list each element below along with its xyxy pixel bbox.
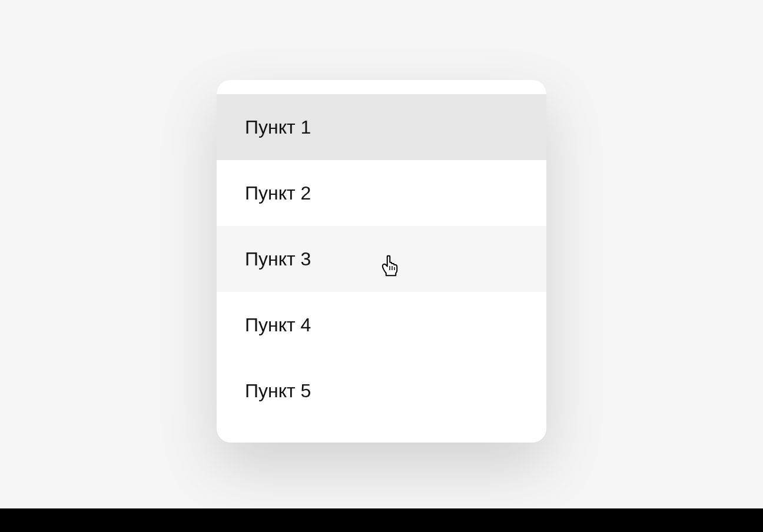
menu-card: Пункт 1 Пункт 2 Пункт 3 Пункт 4 Пункт 5 [217,80,546,443]
list-item-label: Пункт 3 [245,248,311,270]
list-item-label: Пункт 1 [245,117,311,138]
list-item[interactable]: Пункт 5 [217,358,546,424]
list-item[interactable]: Пункт 4 [217,292,546,358]
list-item-label: Пункт 5 [245,380,311,402]
list-item[interactable]: Пункт 2 [217,160,546,226]
list-item-label: Пункт 2 [245,182,311,204]
list-item[interactable]: Пункт 1 [217,94,546,160]
list-item-label: Пункт 4 [245,314,311,336]
list-item[interactable]: Пункт 3 [217,226,546,292]
bottom-bar [0,508,763,532]
